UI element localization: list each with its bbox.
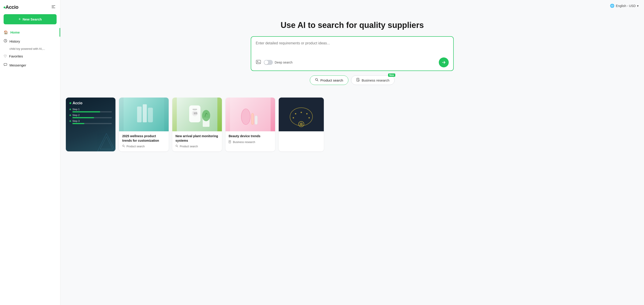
hero-title: Use AI to search for quality suppliers	[281, 20, 424, 30]
sidebar-item-favorites[interactable]: ♡ Favorites	[0, 52, 60, 61]
plant-card-tag: Product search	[176, 145, 219, 148]
accio-card-inner: Accio Step 1 Step	[66, 97, 116, 131]
business-research-icon	[356, 78, 360, 82]
wellness-card-body: 2025 wellness product trends for customi…	[119, 131, 169, 151]
svg-point-36	[306, 113, 308, 114]
image-upload-icon[interactable]	[256, 59, 261, 66]
step-1-item: Step 1	[70, 108, 112, 112]
beauty-card[interactable]: Beauty device trends Business research	[226, 97, 275, 151]
toggle-knob	[264, 60, 268, 64]
beauty-card-tag: Business research	[229, 140, 272, 144]
main-content: 🌐 English - USD ▾ Use AI to search for q…	[60, 0, 644, 305]
cards-row: Accio Step 1 Step	[66, 97, 638, 151]
search-container: Deep search	[251, 36, 454, 71]
svg-rect-1	[52, 6, 54, 7]
history-item-child-toy[interactable]: child toy powered with AI,...	[0, 46, 60, 52]
home-icon: 🏠	[4, 30, 8, 34]
wellness-card-title: 2025 wellness product trends for customi…	[122, 134, 166, 143]
svg-rect-18	[192, 109, 197, 110]
accio-brand: Accio	[70, 101, 112, 105]
jewelry-card-image	[279, 97, 324, 131]
sidebar-item-messenger[interactable]: Messenger	[0, 61, 60, 70]
jewelry-card[interactable]	[279, 97, 324, 151]
product-search-pill[interactable]: Product search	[310, 75, 348, 85]
plant-tag-icon	[176, 145, 178, 148]
wellness-card[interactable]: 2025 wellness product trends for customi…	[119, 97, 169, 151]
beauty-card-body: Beauty device trends Business research	[226, 131, 275, 147]
search-footer: Deep search	[256, 57, 449, 67]
deep-search-toggle-button[interactable]	[264, 60, 273, 65]
svg-point-22	[202, 110, 210, 121]
svg-point-37	[308, 117, 310, 118]
beauty-card-image	[226, 97, 275, 131]
svg-rect-27	[255, 116, 258, 125]
svg-rect-0	[52, 5, 55, 6]
svg-rect-2	[52, 8, 55, 8]
plus-icon: +	[18, 17, 21, 22]
search-input[interactable]	[256, 41, 449, 55]
svg-point-15	[123, 145, 124, 147]
wellness-card-tag: Product search	[122, 145, 166, 148]
svg-point-23	[176, 145, 178, 147]
plant-card-title: New arrival plant monitoring systems	[176, 134, 219, 143]
business-research-pill[interactable]: Business research New	[351, 75, 394, 85]
svg-marker-9	[98, 133, 116, 151]
svg-point-35	[300, 112, 302, 113]
search-type-pills: Product search Business research New	[310, 75, 394, 85]
app-logo: Accio	[4, 4, 18, 10]
svg-point-25	[241, 109, 250, 125]
plant-card[interactable]: 325 New arrival plant monitoring systems…	[172, 97, 222, 151]
topbar: 🌐 English - USD ▾	[60, 0, 644, 11]
language-selector-button[interactable]: 🌐 English - USD ▾	[610, 3, 638, 8]
history-icon	[4, 39, 7, 43]
cards-section: Accio Step 1 Step	[60, 97, 644, 160]
search-send-button[interactable]	[439, 57, 449, 67]
new-badge: New	[388, 73, 396, 77]
plant-card-body: New arrival plant monitoring systems Pro…	[172, 131, 222, 151]
wellness-card-image	[119, 97, 169, 131]
svg-rect-4	[4, 63, 7, 65]
step-3-item: Step 3	[70, 120, 112, 124]
svg-rect-26	[252, 113, 254, 125]
hero-section: Use AI to search for quality suppliers	[60, 11, 644, 97]
svg-rect-14	[148, 108, 153, 122]
beauty-tag-icon	[229, 140, 232, 144]
sidebar-header: Accio	[0, 3, 60, 14]
svg-point-32	[300, 123, 303, 126]
jewelry-card-body	[279, 131, 324, 139]
sidebar-item-home[interactable]: 🏠 Home	[0, 28, 60, 37]
search-footer-left: Deep search	[256, 59, 292, 66]
svg-rect-13	[143, 104, 147, 122]
sidebar-item-history[interactable]: History	[0, 37, 60, 46]
sidebar-toggle-button[interactable]	[50, 3, 56, 10]
sidebar: Accio + New Search 🏠 Home History child …	[0, 0, 60, 305]
product-search-icon	[315, 78, 318, 82]
favorites-icon: ♡	[4, 54, 7, 58]
svg-rect-29	[281, 97, 322, 131]
messenger-icon	[4, 63, 7, 67]
svg-point-34	[295, 113, 296, 114]
svg-marker-10	[100, 137, 113, 149]
plant-card-image: 325	[172, 97, 222, 131]
accio-promo-card[interactable]: Accio Step 1 Step	[66, 97, 116, 151]
svg-text:325: 325	[194, 112, 197, 115]
globe-icon: 🌐	[610, 3, 614, 8]
wellness-tag-icon	[122, 145, 125, 148]
svg-rect-24	[230, 97, 270, 131]
svg-rect-12	[137, 107, 142, 122]
svg-point-33	[293, 117, 294, 118]
new-search-button[interactable]: + New Search	[4, 14, 56, 24]
deep-search-toggle: Deep search	[264, 60, 292, 65]
step-2-item: Step 2	[70, 114, 112, 118]
beauty-card-title: Beauty device trends	[229, 134, 272, 139]
